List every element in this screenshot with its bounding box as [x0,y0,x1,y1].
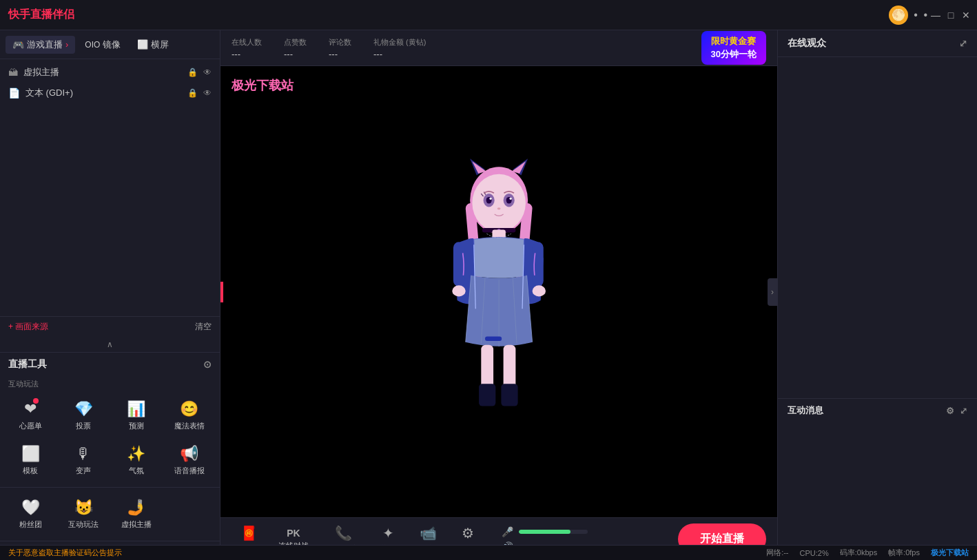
live-tools: 直播工具 ⊙ 互动玩法 ❤ 心愿单 💎 投票 📊 [0,353,220,560]
mic-volume-bar[interactable] [519,530,588,534]
tool-fans[interactable]: 🤍 粉丝团 [6,493,56,535]
network-status: 网络:-- [766,548,788,558]
source-list: 🏔 虚拟主播 🔒 👁 📄 文本 (GDI+) 🔒 👁 [0,59,220,316]
titlebar: 快手直播伴侣 🌕 • • — □ ✕ [0,0,977,30]
stats-bar: 在线人数 --- 点赞数 --- 评论数 --- 礼物金额 (黄钻) --- 限… [220,30,777,66]
heart-icon: ❤ [24,400,37,418]
eye-icon-2[interactable]: 👁 [203,88,212,98]
game-icon: 🎮 [12,39,24,50]
fans-icon: 🤍 [21,499,40,517]
audience-header: 在线观众 ⤢ [778,30,977,57]
tools-settings-icon[interactable]: ⊙ [203,359,212,370]
app-title: 快手直播伴侣 [8,8,74,22]
tab-camera[interactable]: OIO 镜像 [78,36,127,54]
mic-icon: 🎤 [502,526,513,537]
audience-area [778,57,977,398]
tool-voice-change[interactable]: 🎙 变声 [59,439,109,481]
interactive-section-label: 互动玩法 [0,376,220,392]
vtuber-figure [415,147,582,437]
svg-point-7 [472,174,526,231]
right-panel: 在线观众 ⤢ 互动消息 ⚙ ⤢ [777,30,977,560]
svg-point-13 [509,197,511,199]
stat-likes: 点赞数 --- [284,37,307,59]
add-source-button[interactable]: + 画面来源 [8,321,48,333]
cpu-status: CPU:2% [800,549,829,557]
close-button[interactable]: ✕ [960,10,971,21]
settings-icon: ⚙ [462,525,474,541]
user-avatar[interactable]: 🌕 [889,6,908,25]
sidebar: 🎮 游戏直播 › OIO 镜像 ⬜ 横屏 🏔 虚拟主播 🔒 👁 [0,30,220,560]
center-area: 在线人数 --- 点赞数 --- 评论数 --- 礼物金额 (黄钻) --- 限… [220,30,777,560]
redpack-icon: 🧧 [240,525,258,541]
mic-volume-fill [519,530,570,534]
maximize-button[interactable]: □ [945,10,956,21]
expand-icon[interactable]: ⤢ [959,38,967,49]
titlebar-dots: • • [914,9,929,21]
preview-watermark: 极光下载站 [232,77,294,94]
svg-rect-25 [485,336,502,340]
stat-comments: 评论数 --- [329,37,351,59]
predict-icon: 📊 [127,400,145,418]
announce-icon: 📢 [180,445,198,463]
source-item-text[interactable]: 📄 文本 (GDI+) 🔒 👁 [0,83,220,103]
lock-icon-2[interactable]: 🔒 [187,88,198,98]
vtuber-container [220,66,777,517]
template-icon: ⬜ [21,445,40,463]
eye-icon[interactable]: 👁 [203,68,212,77]
tool-wishlist[interactable]: ❤ 心愿单 [6,395,56,437]
clear-button[interactable]: 清空 [195,321,212,333]
atmosphere-icon: ✨ [127,445,145,463]
landscape-icon: ⬜ [137,39,148,50]
mic-volume-row: 🎤 [502,526,588,537]
live-tools-header: 直播工具 ⊙ [0,353,220,376]
tool-interact[interactable]: 😺 互动玩法 [59,493,109,535]
svg-rect-28 [479,384,495,406]
lock-icon[interactable]: 🔒 [187,68,198,77]
bitrate-status: 码率:0kbps [840,548,877,558]
svg-rect-30 [453,242,464,287]
stat-online: 在线人数 --- [232,37,262,59]
preview-area: 极光下载站 [220,66,777,517]
svg-rect-27 [503,344,515,389]
chevron-up-icon: ∧ [107,340,113,349]
tab-landscape[interactable]: ⬜ 横屏 [130,36,176,54]
tool-template[interactable]: ⬜ 模板 [6,439,56,481]
vote-icon: 💎 [74,400,93,418]
fps-status: 帧率:0fps [888,548,920,558]
interactive-tools-grid: ❤ 心愿单 💎 投票 📊 预测 😊 魔法表情 [0,392,220,484]
svg-point-32 [452,285,465,296]
tool-magic-emoji[interactable]: 😊 魔法表情 [164,395,214,437]
source-controls: + 画面来源 清空 [0,316,220,337]
fan-tools-grid: 🤍 粉丝团 😺 互动玩法 🤳 虚拟主播 [0,490,220,538]
audience-title: 在线观众 [788,37,826,50]
main-layout: 🎮 游戏直播 › OIO 镜像 ⬜ 横屏 🏔 虚拟主播 🔒 👁 [0,30,977,560]
text-icon: 📄 [8,87,20,98]
collapse-arrow[interactable]: ∧ [0,337,220,353]
tool-announce[interactable]: 📢 语音播报 [164,439,214,481]
decor-icon: ✦ [382,525,394,541]
tab-game-live[interactable]: 🎮 游戏直播 › [6,36,75,54]
svg-rect-29 [501,384,517,406]
interact-icon: 😺 [74,499,93,517]
tool-vtuber2[interactable]: 🤳 虚拟主播 [112,493,162,535]
sidebar-tabs: 🎮 游戏直播 › OIO 镜像 ⬜ 横屏 [0,30,220,59]
vtuber2-icon: 🤳 [127,499,145,517]
tool-predict[interactable]: 📊 预测 [112,395,162,437]
stat-gifts: 礼物金额 (黄钻) --- [373,37,426,59]
watermark-logo: 极光下载站 [931,548,969,558]
source-item-vtuber[interactable]: 🏔 虚拟主播 🔒 👁 [0,62,220,83]
voice-change-icon: 🎙 [76,445,91,463]
interactive-section: 互动消息 ⚙ ⤢ [778,398,977,560]
expand-icon-2[interactable]: ⤢ [960,406,967,416]
warning-text[interactable]: 关于恶意盗取主播验证码公告提示 [8,548,122,558]
gear-icon[interactable]: ⚙ [946,406,954,416]
connect-icon: 📞 [335,525,352,541]
tool-vote[interactable]: 💎 投票 [59,395,109,437]
collapse-handle[interactable]: › [768,278,777,306]
interactive-title: 互动消息 [788,404,823,417]
minimize-button[interactable]: — [930,10,941,21]
tools-divider [0,487,220,488]
interactive-content [778,422,977,560]
promo-banner[interactable]: 限时黄金赛 30分钟一轮 [701,31,766,64]
tool-atmosphere[interactable]: ✨ 气氛 [112,439,162,481]
